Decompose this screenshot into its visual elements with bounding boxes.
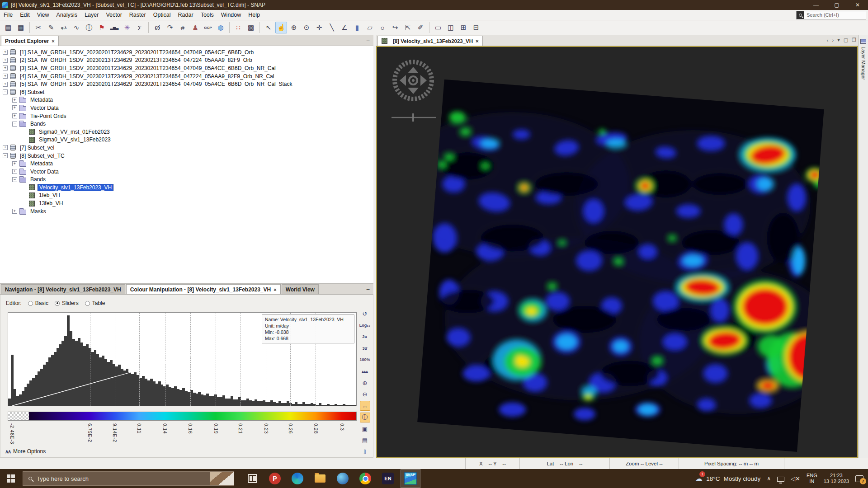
export-colors-icon[interactable]: ⇩ [360,447,370,457]
geo-coding-icon[interactable]: φ,λ [58,22,70,33]
statistics-icon[interactable]: Σ [134,22,146,33]
tree-row[interactable]: +[2] S1A_IW_GRDH_1SDV_20230213T234629_20… [1,56,373,65]
layer-manager-strip[interactable]: Layer Manager [858,35,868,458]
navigation-compass-control[interactable] [385,52,444,124]
taskbar-app-file-explorer[interactable] [310,469,330,488]
clock[interactable]: 21:23 13-12-2023 [824,473,849,484]
collapse-icon[interactable]: − [12,122,17,127]
tree-item-label[interactable]: Vector Data [29,169,60,175]
distribute-sliders-icon[interactable]: ▴▴▴ [360,366,370,376]
expand-icon[interactable]: + [3,82,8,87]
float-window-icon[interactable]: ▢ [844,37,848,43]
tree-row[interactable]: −[6] Subset [1,88,373,96]
placemark-icon[interactable]: ⚑ [96,22,108,33]
tree-row[interactable]: +[4] S1A_IW_GRDH_1SDV_20230213T234629_20… [1,72,373,80]
tab-world-view[interactable]: World View [282,284,319,294]
histogram-plot[interactable]: Name: Velocity_slv1_13Feb2023_VH Unit: m… [8,312,357,406]
hidden-icons-chevron[interactable]: ∧ [767,475,771,482]
tree-item-label[interactable]: [6] Subset [19,89,46,95]
menu-item-raster[interactable]: Raster [126,10,150,20]
expand-icon[interactable]: + [3,66,8,70]
taskbar-app-en-app[interactable]: EN [378,469,398,488]
no-data-icon[interactable]: Ø [151,22,163,33]
tree-row[interactable]: 1feb_VH [1,192,373,200]
import-colors-icon[interactable]: ▤ [360,436,370,446]
subset-icon[interactable]: ✂ [33,22,44,33]
expand-icon[interactable]: + [3,145,8,150]
editor-radio-sliders[interactable]: Sliders [55,300,79,306]
tree-item-label[interactable]: Metadata [29,160,54,167]
graph-builder-icon[interactable]: ∷ [232,22,244,33]
open-product-icon[interactable]: ▤ [2,22,14,33]
collapse-icon[interactable]: − [3,153,8,158]
tree-item-label[interactable]: Masks [29,208,47,215]
batch-processing-icon[interactable]: ▩ [245,22,257,33]
volume-muted-icon[interactable]: ◁✕ [791,475,800,482]
show-extra-info-icon[interactable]: ⓘ [360,413,370,422]
grid-icon[interactable]: # [177,22,189,33]
tree-row[interactable]: +Masks [1,207,373,216]
expand-icon[interactable]: + [3,50,8,55]
tab-colour-manipulation[interactable]: Colour Manipulation - [8] Velocity_slv1_… [126,284,281,294]
tree-item-label[interactable]: [7] Subset_vel [19,145,56,151]
tree-item-label[interactable]: 13feb_VH [38,200,64,206]
tree-item-label[interactable]: Vector Data [29,105,60,111]
next-view-icon[interactable]: › [832,38,834,43]
tree-item-label[interactable]: 1feb_VH [38,192,61,198]
tile-horizontal-icon[interactable]: ◫ [445,22,457,33]
tree-item-label[interactable]: [2] S1A_IW_GRDH_1SDV_20230213T234629_202… [19,57,254,63]
world-map-icon[interactable]: ◍ [215,22,226,33]
tab-product-explorer[interactable]: Product Explorer × [1,36,59,46]
pan-tool-icon[interactable]: ☝ [275,22,287,33]
tree-item-label[interactable]: Sigma0_VV_mst_01Feb2023 [38,129,111,135]
tree-row[interactable]: +Vector Data [1,168,373,176]
close-icon[interactable]: × [274,287,276,292]
zoom-out-vertical-icon[interactable]: ⊖ [360,389,370,399]
tree-item-label[interactable]: [8] Subset_vel_TC [19,153,66,159]
tab-list-icon[interactable]: ▾ [837,37,840,43]
weather-widget[interactable]: ☁1 18°C Mostly cloudy [695,474,760,483]
taskbar-search-box[interactable]: Type here to search [23,471,234,486]
expand-icon[interactable]: + [12,169,17,174]
pencil-icon[interactable]: ✎ [45,22,57,33]
tree-row[interactable]: +Tie-Point Grids [1,112,373,120]
close-button[interactable]: ✕ [847,0,868,10]
tree-item-label[interactable]: Bands [29,121,47,127]
taskbar-app-psiphon[interactable]: P [265,469,285,488]
tree-item-label[interactable]: Bands [29,176,47,183]
more-options-toggle[interactable]: ∧∧ More Options [5,448,46,455]
taskbar-app-task-view[interactable] [242,469,262,488]
export-view-icon[interactable]: ↪ [389,22,401,33]
draw-tool-icon[interactable]: ✐ [415,22,426,33]
tree-item-label[interactable]: Sigma0_VV_slv1_13Feb2023 [38,136,112,143]
close-icon[interactable]: × [52,38,54,44]
tree-row[interactable]: −Bands [1,176,373,184]
tree-row[interactable]: +[7] Subset_vel [1,144,373,152]
maximize-button[interactable]: ▢ [826,0,847,10]
menu-item-analysis[interactable]: Analysis [53,10,81,20]
tree-item-label[interactable]: [5] S1A_IW_GRDH_1SDV_20230201T234629_202… [19,81,293,87]
rectangle-tool-icon[interactable]: ▮ [351,22,363,33]
tree-item-label[interactable]: Metadata [29,97,54,103]
tile-grid-icon[interactable]: ⊞ [458,22,469,33]
tree-row[interactable]: +Vector Data [1,104,373,112]
tree-item-label[interactable]: Velocity_slv1_13Feb2023_VH [38,184,113,191]
gcp-manager-icon[interactable]: ♟ [189,22,201,33]
tree-row[interactable]: +[5] S1A_IW_GRDH_1SDV_20230201T234629_20… [1,80,373,88]
select-tool-icon[interactable]: ↖ [263,22,274,33]
tab-image-view[interactable]: [8] Velocity_slv1_13Feb2023_VH × [377,36,483,46]
gcp-label-icon[interactable]: GCP [202,22,214,33]
tree-item-label[interactable]: Tie-Point Grids [29,113,68,119]
minimize-panel-icon[interactable]: − [366,286,370,293]
tab-navigation[interactable]: Navigation - [8] Velocity_slv1_13Feb2023… [1,284,125,294]
apply-multiple-icon[interactable]: ▣ [360,424,370,434]
menu-item-edit[interactable]: Edit [16,10,33,20]
collapse-icon[interactable]: − [3,89,8,94]
menu-item-tools[interactable]: Tools [197,10,217,20]
reset-icon[interactable]: ↺ [360,309,370,319]
colour-ramp[interactable] [8,412,357,421]
quick-search-box[interactable]: Search (Ctrl+I) [796,11,866,19]
tree-row[interactable]: 13feb_VH [1,199,373,207]
tree-row[interactable]: +[1] S1A_IW_GRDH_1SDV_20230201T234629_20… [1,48,373,56]
menu-item-file[interactable]: File [0,10,16,20]
